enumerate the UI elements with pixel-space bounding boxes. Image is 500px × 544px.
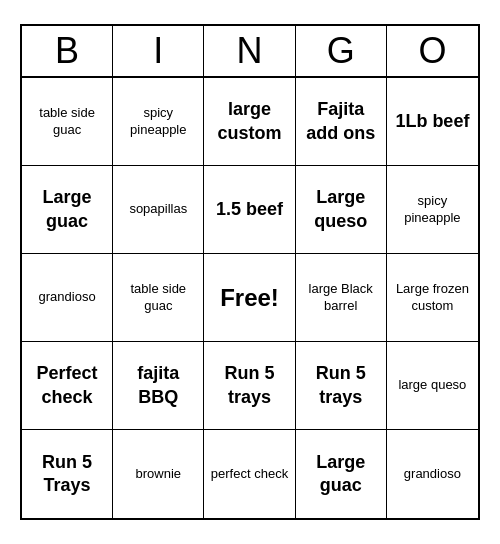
bingo-cell: 1Lb beef	[387, 78, 478, 166]
cell-text: sopapillas	[129, 201, 187, 218]
cell-text: grandioso	[404, 466, 461, 483]
cell-text: brownie	[136, 466, 182, 483]
bingo-cell: Fajita add ons	[296, 78, 387, 166]
bingo-cell: Run 5 trays	[204, 342, 295, 430]
cell-text: large Black barrel	[300, 281, 382, 315]
cell-text: Fajita add ons	[300, 98, 382, 145]
cell-text: Run 5 trays	[208, 362, 290, 409]
bingo-cell: Large frozen custom	[387, 254, 478, 342]
header-letter: B	[22, 26, 113, 76]
bingo-cell: 1.5 beef	[204, 166, 295, 254]
bingo-cell: Large guac	[296, 430, 387, 518]
bingo-cell: spicy pineapple	[113, 78, 204, 166]
cell-text: 1.5 beef	[216, 198, 283, 221]
cell-text: fajita BBQ	[117, 362, 199, 409]
bingo-cell: Large queso	[296, 166, 387, 254]
cell-text: Large frozen custom	[391, 281, 474, 315]
cell-text: spicy pineapple	[391, 193, 474, 227]
cell-text: grandioso	[39, 289, 96, 306]
cell-text: Large queso	[300, 186, 382, 233]
bingo-cell: brownie	[113, 430, 204, 518]
cell-text: spicy pineapple	[117, 105, 199, 139]
cell-text: Perfect check	[26, 362, 108, 409]
bingo-cell: spicy pineapple	[387, 166, 478, 254]
bingo-cell: large custom	[204, 78, 295, 166]
cell-text: 1Lb beef	[395, 110, 469, 133]
bingo-cell: table side guac	[113, 254, 204, 342]
cell-text: perfect check	[211, 466, 288, 483]
header-letter: G	[296, 26, 387, 76]
bingo-cell: Free!	[204, 254, 295, 342]
cell-text: large queso	[398, 377, 466, 394]
header-letter: I	[113, 26, 204, 76]
bingo-cell: Run 5 trays	[296, 342, 387, 430]
bingo-cell: large Black barrel	[296, 254, 387, 342]
cell-text: Free!	[220, 282, 279, 313]
cell-text: table side guac	[117, 281, 199, 315]
bingo-cell: fajita BBQ	[113, 342, 204, 430]
bingo-cell: table side guac	[22, 78, 113, 166]
cell-text: Large guac	[26, 186, 108, 233]
bingo-cell: grandioso	[387, 430, 478, 518]
bingo-header: BINGO	[22, 26, 478, 78]
bingo-cell: large queso	[387, 342, 478, 430]
cell-text: Large guac	[300, 451, 382, 498]
cell-text: Run 5 trays	[300, 362, 382, 409]
bingo-cell: sopapillas	[113, 166, 204, 254]
cell-text: Run 5 Trays	[26, 451, 108, 498]
bingo-cell: Run 5 Trays	[22, 430, 113, 518]
header-letter: N	[204, 26, 295, 76]
bingo-cell: Perfect check	[22, 342, 113, 430]
bingo-grid: table side guacspicy pineapplelarge cust…	[22, 78, 478, 518]
bingo-cell: perfect check	[204, 430, 295, 518]
bingo-cell: Large guac	[22, 166, 113, 254]
cell-text: table side guac	[26, 105, 108, 139]
cell-text: large custom	[208, 98, 290, 145]
bingo-cell: grandioso	[22, 254, 113, 342]
header-letter: O	[387, 26, 478, 76]
bingo-card: BINGO table side guacspicy pineapplelarg…	[20, 24, 480, 520]
